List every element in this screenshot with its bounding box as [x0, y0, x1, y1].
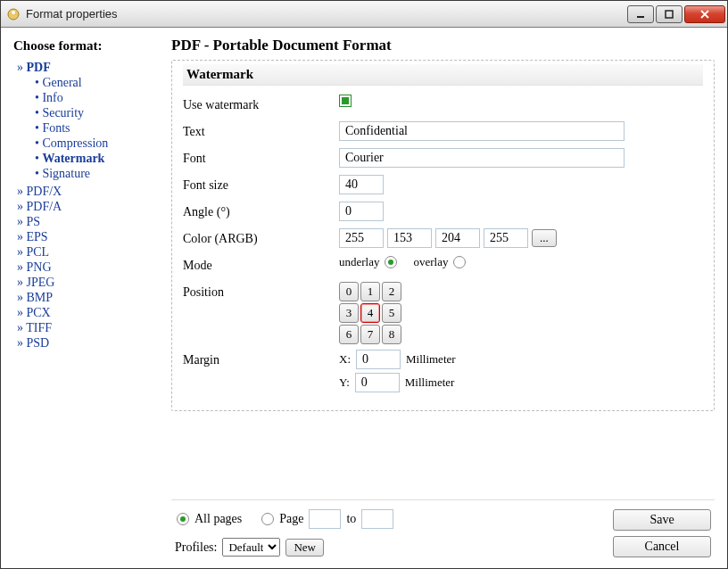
sidebar-item-pdf[interactable]: PDF — [17, 61, 159, 75]
position-5-button[interactable]: 5 — [382, 303, 401, 323]
label-color: Color (ARGB) — [183, 228, 339, 246]
sidebar-subitem-signature[interactable]: Signature — [35, 167, 159, 181]
new-profile-button[interactable]: New — [285, 539, 324, 557]
sidebar-subitem-compression[interactable]: Compression — [35, 136, 159, 151]
color-more-button[interactable]: ... — [532, 229, 557, 247]
format-list: PDFGeneralInfoSecurityFontsCompressionWa… — [13, 61, 159, 350]
all-pages-label: All pages — [194, 512, 242, 526]
color-r-input[interactable] — [387, 228, 432, 248]
font-size-input[interactable] — [339, 175, 384, 194]
mode-underlay-label: underlay — [339, 255, 379, 269]
position-3-button[interactable]: 3 — [339, 303, 359, 323]
color-a-input[interactable] — [339, 228, 384, 248]
use-watermark-checkbox[interactable] — [339, 95, 352, 107]
sidebar-heading: Choose format: — [13, 38, 159, 54]
position-8-button[interactable]: 8 — [382, 325, 401, 344]
position-6-button[interactable]: 6 — [339, 325, 359, 344]
sidebar-subitem-watermark[interactable]: Watermark — [35, 152, 159, 166]
mode-overlay-label: overlay — [413, 255, 448, 269]
label-use-watermark: Use watermark — [183, 95, 339, 112]
label-font-size: Font size — [183, 175, 339, 193]
close-button[interactable] — [684, 5, 725, 23]
position-7-button[interactable]: 7 — [360, 325, 380, 344]
svg-rect-2 — [637, 16, 644, 18]
save-button[interactable]: Save — [613, 509, 711, 531]
sidebar-item-pdfx[interactable]: PDF/X — [17, 185, 159, 199]
label-margin: Margin — [183, 350, 339, 367]
page-to-input[interactable] — [361, 509, 393, 529]
sidebar-item-pdfa[interactable]: PDF/A — [17, 200, 159, 214]
margin-x-unit: Millimeter — [406, 352, 456, 367]
svg-point-1 — [12, 11, 15, 14]
label-text: Text — [183, 121, 339, 139]
mode-underlay-radio[interactable] — [385, 256, 397, 268]
mode-overlay-radio[interactable] — [453, 256, 466, 268]
color-b-input[interactable] — [484, 228, 528, 248]
label-angle: Angle (°) — [183, 202, 339, 219]
sidebar-item-eps[interactable]: EPS — [17, 230, 159, 244]
sidebar-item-bmp[interactable]: BMP — [17, 291, 159, 305]
color-g-input[interactable] — [435, 228, 480, 248]
angle-input[interactable] — [339, 202, 384, 221]
page-from-input[interactable] — [309, 509, 341, 529]
page-label: Page — [279, 512, 303, 526]
margin-y-input[interactable] — [355, 373, 400, 392]
app-icon — [6, 7, 21, 21]
position-grid: 012345678 — [339, 282, 401, 344]
svg-rect-3 — [666, 11, 673, 18]
sidebar-subitem-info[interactable]: Info — [35, 91, 159, 105]
position-1-button[interactable]: 1 — [360, 282, 380, 301]
font-input[interactable] — [339, 148, 625, 168]
sidebar-subitem-fonts[interactable]: Fonts — [35, 121, 159, 136]
sidebar-item-tiff[interactable]: TIFF — [17, 321, 159, 335]
sidebar-item-pcx[interactable]: PCX — [17, 306, 159, 320]
profile-select[interactable]: Default — [222, 538, 280, 557]
margin-x-input[interactable] — [356, 350, 401, 369]
label-font: Font — [183, 148, 339, 166]
page-title: PDF - Portable Document Format — [171, 37, 715, 54]
sidebar-item-psd[interactable]: PSD — [17, 336, 159, 350]
margin-y-unit: Millimeter — [405, 375, 455, 390]
content-area: Choose format: PDFGeneralInfoSecurityFon… — [1, 28, 727, 568]
watermark-panel: Watermark Use watermark Text Font — [171, 60, 715, 411]
sidebar: Choose format: PDFGeneralInfoSecurityFon… — [6, 33, 162, 563]
label-position: Position — [183, 282, 339, 300]
position-4-button[interactable]: 4 — [360, 303, 380, 323]
text-input[interactable] — [339, 121, 625, 141]
sidebar-item-ps[interactable]: PS — [17, 215, 159, 229]
sidebar-item-jpeg[interactable]: JPEG — [17, 276, 159, 290]
maximize-button[interactable] — [656, 5, 682, 23]
sidebar-item-png[interactable]: PNG — [17, 260, 159, 275]
sidebar-item-pcl[interactable]: PCL — [17, 245, 159, 260]
bottom-bar: All pages Page to Profiles: Default Ne — [171, 499, 715, 563]
window-title: Format properties — [26, 7, 620, 21]
panel-title: Watermark — [183, 64, 703, 86]
sidebar-subitem-general[interactable]: General — [35, 76, 159, 90]
label-mode: Mode — [183, 255, 339, 273]
sidebar-subitem-security[interactable]: Security — [35, 106, 159, 120]
to-label: to — [346, 512, 356, 526]
page-range-radio[interactable] — [261, 513, 274, 525]
all-pages-radio[interactable] — [177, 513, 189, 525]
minimize-button[interactable] — [627, 5, 654, 23]
titlebar: Format properties — [1, 1, 727, 28]
margin-y-label: Y: — [339, 375, 350, 390]
position-0-button[interactable]: 0 — [339, 282, 359, 301]
profiles-label: Profiles: — [175, 540, 217, 555]
cancel-button[interactable]: Cancel — [613, 536, 711, 557]
position-2-button[interactable]: 2 — [382, 282, 401, 301]
window: Format properties Choose format: PDFGene… — [0, 0, 728, 569]
margin-x-label: X: — [339, 352, 351, 367]
main-panel: PDF - Portable Document Format Watermark… — [162, 33, 722, 563]
